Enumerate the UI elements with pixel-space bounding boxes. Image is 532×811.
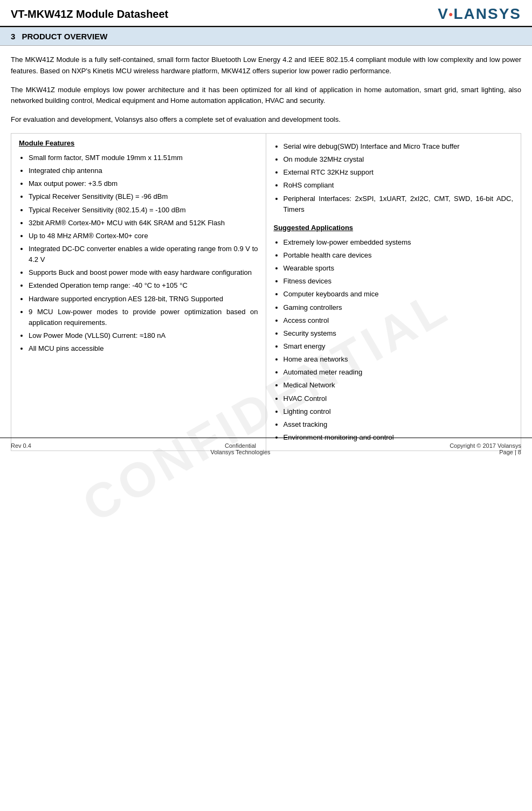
list-item: HVAC Control [284, 393, 514, 404]
footer: Rev 0.4 Confidential Volansys Technologi… [0, 438, 532, 460]
list-item: Asset tracking [284, 419, 514, 430]
list-item: Lighting control [284, 406, 514, 417]
list-item: RoHS compliant [284, 180, 514, 191]
list-item: 32bit ARM® Cortex-M0+ MCU with 64K SRAM … [29, 218, 258, 228]
list-item: Max output power: +3.5 dbm [29, 178, 258, 189]
list-item: Fitness devices [284, 276, 514, 287]
list-item: Integrated DC-DC converter enables a wid… [29, 244, 258, 265]
intro-para-3: For evaluation and development, Volansys… [11, 114, 521, 126]
list-item: Low Power Mode (VLLS0) Current: ≈180 nA [29, 330, 258, 341]
list-item: Integrated chip antenna [29, 165, 258, 176]
logo: V ● LANSYS [438, 5, 521, 23]
intro-para-1: The MKW41Z Module is a fully self-contai… [11, 54, 521, 77]
footer-right: Copyright © 2017 Volansys Page | 8 [450, 442, 521, 455]
section-title: PRODUCT OVERVIEW [22, 32, 108, 41]
list-item: All MCU pins accessible [29, 343, 258, 354]
left-column: Module Features Small form factor, SMT m… [11, 134, 266, 450]
footer-center: Confidential Volansys Technologies [210, 442, 270, 455]
main-content: The MKW41Z Module is a fully self-contai… [0, 46, 532, 460]
list-item: Medical Network [284, 380, 514, 391]
logo-suffix: LANSYS [453, 5, 521, 23]
list-item: 9 MCU Low-power modes to provide power o… [29, 307, 258, 328]
right-features-list: Serial wire debug(SWD) Interface and Mic… [274, 141, 514, 215]
footer-company: Volansys Technologies [210, 449, 270, 455]
footer-confidential: Confidential [210, 442, 270, 449]
list-item: Portable health care devices [284, 250, 514, 261]
logo-dot-icon: ● [448, 10, 453, 18]
list-item: Security systems [284, 328, 514, 339]
footer-copyright: Copyright © 2017 Volansys [450, 442, 521, 449]
list-item: Home area networks [284, 354, 514, 365]
module-features-heading: Module Features [19, 139, 258, 147]
section-number: 3 [11, 32, 15, 41]
list-item: Wearable sports [284, 263, 514, 274]
section-heading: 3 PRODUCT OVERVIEW [0, 27, 532, 46]
module-features-list: Small form factor, SMT module 19mm x 11.… [19, 153, 258, 354]
list-item: Access control [284, 315, 514, 326]
list-item: Hardware supported encryption AES 128-bi… [29, 294, 258, 304]
footer-page: Page | 8 [450, 449, 521, 455]
suggested-applications-heading: Suggested Applications [274, 224, 514, 232]
suggested-applications-list: Extremely low-power embedded systems Por… [274, 237, 514, 443]
list-item: Serial wire debug(SWD) Interface and Mic… [284, 141, 514, 152]
list-item: Gaming controllers [284, 302, 514, 313]
list-item: Smart energy [284, 341, 514, 352]
list-item: Typical Receiver Sensitivity (BLE) = -96… [29, 191, 258, 202]
footer-revision: Rev 0.4 [11, 442, 31, 455]
header: VT-MKW41Z Module Datasheet V ● LANSYS [0, 0, 532, 27]
intro-para-2: The MKW41Z module employs low power arch… [11, 85, 521, 107]
list-item: Typical Receiver Sensitivity (802.15.4) … [29, 205, 258, 216]
logo-v: V [438, 5, 448, 23]
list-item: Automated meter reading [284, 367, 514, 378]
list-item: Up to 48 MHz ARM® Cortex-M0+ core [29, 231, 258, 241]
list-item: Extended Operation temp range: -40 °C to… [29, 280, 258, 291]
list-item: Peripheral Interfaces: 2xSPI, 1xUART, 2x… [284, 193, 514, 215]
list-item: On module 32MHz crystal [284, 154, 514, 165]
page-title: VT-MKW41Z Module Datasheet [11, 8, 168, 20]
right-column: Serial wire debug(SWD) Interface and Mic… [266, 134, 521, 450]
list-item: External RTC 32KHz support [284, 167, 514, 178]
list-item: Extremely low-power embedded systems [284, 237, 514, 248]
list-item: Small form factor, SMT module 19mm x 11.… [29, 153, 258, 163]
list-item: Supports Buck and boost power mode with … [29, 267, 258, 278]
list-item: Computer keyboards and mice [284, 289, 514, 300]
two-column-section: Module Features Small form factor, SMT m… [11, 133, 521, 451]
